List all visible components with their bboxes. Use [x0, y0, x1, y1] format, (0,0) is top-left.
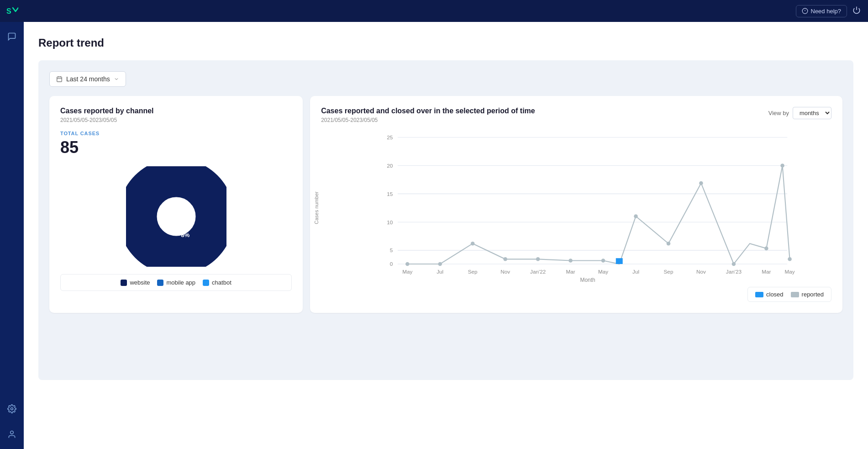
- pie-card-title: Cases reported by channel: [60, 107, 292, 115]
- filter-bar: Last 24 months: [49, 71, 842, 87]
- dot: [536, 257, 540, 261]
- closed-color: [755, 292, 763, 297]
- dot: [732, 262, 736, 266]
- svg-text:Jan'23: Jan'23: [726, 269, 742, 275]
- svg-text:Nov: Nov: [500, 269, 510, 275]
- svg-rect-5: [57, 77, 62, 82]
- svg-text:Mar: Mar: [566, 269, 575, 275]
- x-axis-label: Month: [344, 277, 831, 283]
- chatbot-label: chatbot: [212, 279, 231, 286]
- svg-text:0: 0: [390, 261, 393, 267]
- chat-icon[interactable]: [5, 29, 19, 44]
- svg-text:Mar: Mar: [762, 269, 771, 275]
- topbar: S Need help?: [0, 0, 868, 22]
- svg-text:20: 20: [387, 163, 393, 169]
- line-chart-outer: Cases number 25 20 15 10: [321, 132, 831, 283]
- legend-item-mobile: mobile app: [157, 279, 195, 286]
- line-card-date: 2021/05/05-2023/05/05: [321, 117, 535, 123]
- pie-chart-container: 91% 8%: [60, 166, 292, 267]
- legend-item-closed: closed: [755, 291, 784, 298]
- website-label: website: [130, 279, 150, 286]
- dot: [634, 214, 638, 218]
- chatbot-color: [203, 280, 209, 286]
- svg-text:Sep: Sep: [664, 269, 673, 275]
- website-color: [121, 280, 127, 286]
- dot: [471, 242, 475, 246]
- svg-text:Sep: Sep: [468, 269, 478, 275]
- closed-bar: [616, 258, 623, 264]
- closed-label: closed: [766, 291, 784, 298]
- view-by-row: View by months weeks days: [768, 107, 831, 119]
- svg-text:Jul: Jul: [632, 269, 639, 275]
- svg-text:8%: 8%: [181, 232, 189, 238]
- svg-text:15: 15: [387, 191, 393, 197]
- pie-card: Cases reported by channel 2021/05/05-202…: [49, 96, 303, 313]
- reported-label: reported: [802, 291, 824, 298]
- dot: [667, 242, 671, 246]
- total-cases-num: 85: [60, 138, 292, 157]
- y-axis-label: Cases number: [314, 191, 319, 224]
- dot: [601, 259, 605, 263]
- chevron-down-icon: [114, 76, 119, 82]
- chart-card-header: Cases reported and closed over in the se…: [321, 107, 831, 131]
- svg-text:S: S: [6, 7, 11, 15]
- svg-point-9: [137, 178, 215, 255]
- view-by-label: View by: [768, 110, 789, 116]
- page-title: Report trend: [38, 37, 853, 49]
- svg-text:May: May: [785, 269, 795, 275]
- reported-color: [791, 292, 799, 297]
- view-by-select[interactable]: months weeks days: [793, 107, 831, 119]
- svg-text:Jan'22: Jan'22: [530, 269, 546, 275]
- svg-text:91%: 91%: [169, 201, 183, 209]
- dot: [788, 257, 792, 261]
- svg-text:Jul: Jul: [437, 269, 443, 275]
- svg-text:25: 25: [387, 134, 393, 140]
- total-cases-label: TOTAL CASES: [60, 131, 292, 136]
- reported-line: [407, 166, 789, 264]
- need-help-button[interactable]: Need help?: [796, 5, 847, 17]
- legend-item-chatbot: chatbot: [203, 279, 231, 286]
- pie-legend: website mobile app chatbot: [60, 274, 292, 291]
- line-card-title: Cases reported and closed over in the se…: [321, 107, 535, 115]
- dot: [405, 262, 410, 266]
- dot: [438, 262, 442, 266]
- sidebar: [0, 22, 24, 449]
- line-card: Cases reported and closed over in the se…: [310, 96, 842, 313]
- calendar-icon: [56, 76, 63, 82]
- dot: [504, 257, 508, 261]
- need-help-label: Need help?: [811, 8, 842, 15]
- svg-point-3: [11, 408, 13, 410]
- pie-card-date: 2021/05/05-2023/05/05: [60, 117, 292, 123]
- line-chart-svg: 25 20 15 10 5 0: [344, 132, 831, 279]
- chart-title-group: Cases reported and closed over in the se…: [321, 107, 535, 131]
- power-button[interactable]: [852, 6, 861, 16]
- legend-item-reported: reported: [791, 291, 824, 298]
- svg-text:Nov: Nov: [696, 269, 706, 275]
- svg-text:10: 10: [387, 219, 393, 225]
- svg-text:May: May: [598, 269, 608, 275]
- main-content: Report trend Last 24 months Cases report…: [24, 22, 868, 449]
- legend-item-website: website: [121, 279, 150, 286]
- mobile-color: [157, 280, 163, 286]
- user-icon[interactable]: [5, 427, 19, 442]
- logo: S: [0, 0, 24, 22]
- dot: [699, 181, 703, 185]
- settings-icon[interactable]: [5, 401, 19, 416]
- date-filter-button[interactable]: Last 24 months: [49, 71, 126, 87]
- svg-point-4: [11, 431, 14, 434]
- dot: [764, 247, 768, 251]
- mobile-label: mobile app: [166, 279, 195, 286]
- dot: [780, 164, 784, 168]
- content-area: Last 24 months Cases reported by channel…: [38, 60, 853, 380]
- svg-text:5: 5: [390, 247, 393, 253]
- svg-text:May: May: [402, 269, 412, 275]
- cards-row: Cases reported by channel 2021/05/05-202…: [49, 96, 842, 313]
- date-filter-label: Last 24 months: [66, 75, 110, 83]
- dot: [568, 259, 573, 263]
- pie-chart: 91% 8%: [126, 166, 226, 267]
- chart-bottom-legend: closed reported: [747, 287, 831, 302]
